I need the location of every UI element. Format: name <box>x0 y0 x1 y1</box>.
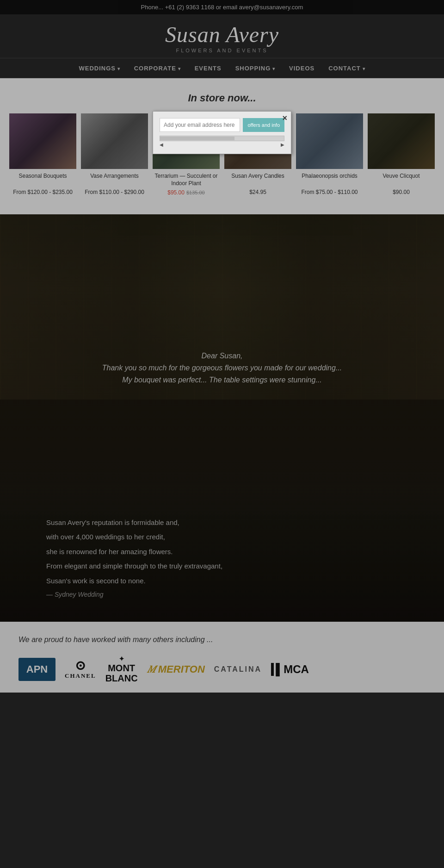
popup-submit-button[interactable]: offers and info <box>243 118 284 132</box>
popup-scroll-arrows: ◀ ▶ <box>160 142 284 147</box>
popup-overlay: × offers and info ◀ ▶ <box>0 0 444 693</box>
popup-scrollbar-thumb <box>160 137 234 140</box>
popup-email-input[interactable] <box>160 118 240 132</box>
scroll-left-arrow[interactable]: ◀ <box>160 142 163 147</box>
popup-scrollbar[interactable] <box>160 136 284 141</box>
popup-email-row: offers and info <box>160 118 284 132</box>
popup-box: × offers and info ◀ ▶ <box>153 111 291 154</box>
popup-close-button[interactable]: × <box>282 114 287 122</box>
scroll-right-arrow[interactable]: ▶ <box>281 142 284 147</box>
